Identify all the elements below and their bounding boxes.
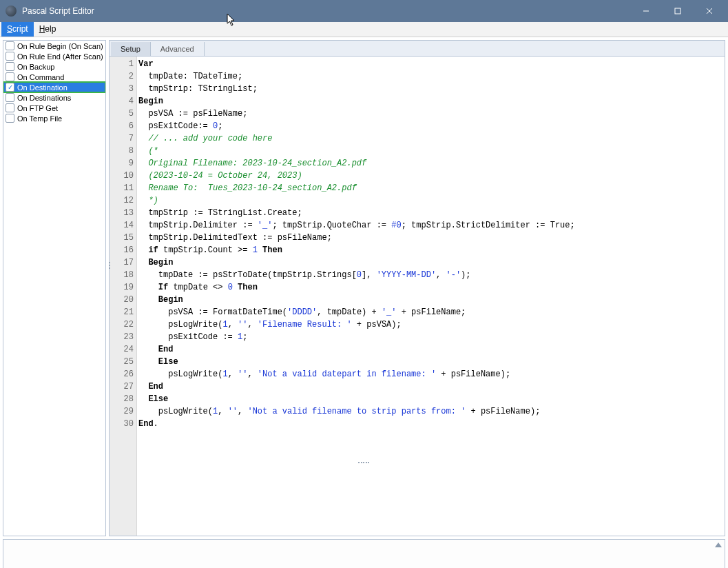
event-label: On Destinations [17,94,71,102]
event-item-on-command[interactable]: On Command [3,72,105,82]
maximize-button[interactable] [662,0,694,22]
minimize-button[interactable] [630,0,662,22]
title-bar: Pascal Script Editor [0,0,728,22]
gutter: 1234567891011121314151617181920212223242… [110,57,137,536]
tab-setup[interactable]: Setup [111,42,151,56]
event-item-on-destination[interactable]: On Destination [3,82,105,92]
close-window-button[interactable] [694,0,725,22]
app-icon [6,6,17,17]
event-checkbox[interactable] [6,103,14,112]
svg-rect-1 [675,8,680,14]
event-item-on-ftp-get[interactable]: On FTP Get [3,103,105,113]
code-area[interactable]: Var tmpDate: TDateTime; tmpStrip: TStrin… [137,57,725,536]
event-checkbox[interactable] [6,62,14,71]
event-label: On Rule Begin (On Scan) [17,42,103,50]
tab-advanced[interactable]: Advanced [151,42,205,56]
client-area: On Rule Begin (On Scan)On Rule End (Afte… [0,37,728,539]
event-label: On Temp File [17,114,62,123]
event-item-on-backup[interactable]: On Backup [3,61,105,72]
event-checkbox[interactable] [6,93,14,102]
event-checkbox[interactable] [6,72,14,81]
window-title: Pascal Script Editor [22,6,94,16]
code-editor[interactable]: 1234567891011121314151617181920212223242… [109,57,725,536]
event-checkbox[interactable] [6,114,14,123]
event-checkbox[interactable] [6,41,14,50]
event-checkbox[interactable] [6,52,14,61]
event-label: On FTP Get [17,104,58,112]
event-label: On Command [17,73,64,81]
event-label: On Rule End (After Scan) [17,52,103,61]
event-item-on-temp-file[interactable]: On Temp File [3,113,105,123]
output-pane[interactable] [3,539,725,568]
editor-area: Setup Advanced 1234567891011121314151617… [109,40,725,536]
window-controls [630,0,725,22]
event-label: On Destination [17,83,67,92]
event-item-on-rule-end-after-scan-[interactable]: On Rule End (After Scan) [3,51,105,61]
menu-item-script[interactable]: Script [1,22,34,37]
tab-strip: Setup Advanced [109,40,725,57]
scroll-up-icon[interactable] [715,542,722,547]
event-item-on-destinations[interactable]: On Destinations [3,92,105,103]
event-checkbox[interactable] [6,83,14,92]
event-list-panel[interactable]: On Rule Begin (On Scan)On Rule End (Afte… [3,40,106,536]
menu-item-help[interactable]: Help [34,22,62,37]
event-item-on-rule-begin-on-scan-[interactable]: On Rule Begin (On Scan) [3,41,105,51]
event-label: On Backup [17,63,54,71]
menu-bar: ScriptHelp [0,22,728,37]
